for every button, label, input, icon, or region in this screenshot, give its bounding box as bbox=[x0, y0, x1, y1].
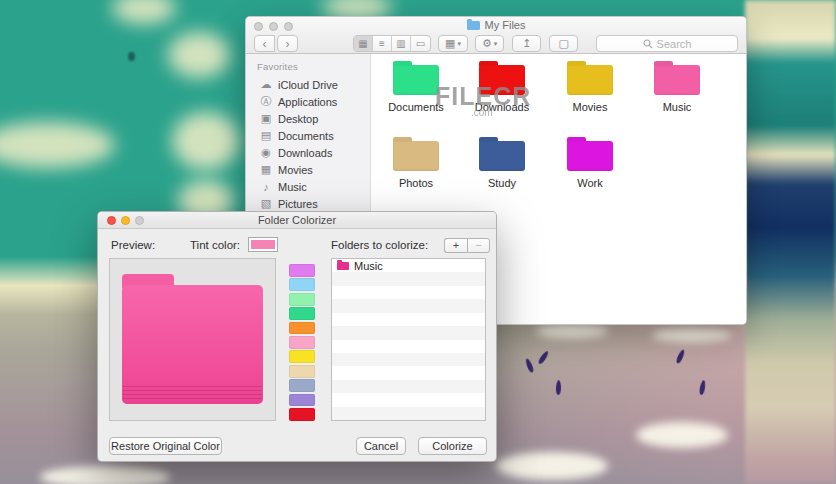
window-title-area: My Files bbox=[246, 19, 746, 31]
palette-swatch-1[interactable] bbox=[289, 278, 315, 291]
finder-folder-photos[interactable]: Photos bbox=[381, 135, 451, 189]
sidebar-item-pictures[interactable]: ▧Pictures bbox=[246, 195, 370, 212]
folder-label: Photos bbox=[381, 177, 451, 189]
finder-folder-movies[interactable]: Movies bbox=[555, 59, 625, 113]
white-flower bbox=[536, 324, 608, 338]
folder-list-row[interactable] bbox=[332, 299, 485, 312]
colorize-button[interactable]: Colorize bbox=[418, 437, 487, 455]
pictures-icon: ▧ bbox=[258, 197, 274, 210]
list-view-button[interactable]: ≡ bbox=[373, 36, 392, 51]
folder-label: Movies bbox=[555, 101, 625, 113]
grid-view-icon: ▦ bbox=[354, 38, 372, 49]
share-button[interactable]: ↥ bbox=[512, 35, 541, 52]
sidebar-item-label: Downloads bbox=[278, 147, 332, 159]
search-icon bbox=[643, 39, 653, 49]
preview-folder-body bbox=[122, 285, 263, 404]
white-flower bbox=[496, 452, 608, 480]
sidebar-item-label: Music bbox=[278, 181, 307, 193]
folder-icon bbox=[393, 141, 439, 171]
folder-list-row[interactable] bbox=[332, 380, 485, 393]
folder-list-row[interactable] bbox=[332, 340, 485, 353]
sidebar-item-label: Applications bbox=[278, 96, 337, 108]
preview-folder bbox=[122, 274, 263, 404]
action-button[interactable]: ⚙▾ bbox=[475, 35, 504, 52]
search-input[interactable]: Search bbox=[596, 35, 738, 52]
folder-name: Music bbox=[354, 260, 383, 272]
folder-icon bbox=[479, 141, 525, 171]
sidebar-section-header: Favorites bbox=[246, 59, 370, 76]
sidebar-item-label: Documents bbox=[278, 130, 334, 142]
arrange-button[interactable]: ▦▾ bbox=[438, 35, 468, 52]
folder-list-row[interactable] bbox=[332, 407, 485, 420]
column-view-icon: ▥ bbox=[392, 38, 410, 49]
icon-view-button[interactable]: ▦ bbox=[354, 36, 373, 51]
palette-swatch-9[interactable] bbox=[289, 394, 315, 407]
close-button[interactable] bbox=[107, 216, 116, 225]
finder-toolbar: ‹ › ▦ ≡ ▥ ▭ ▦▾ ⚙▾ ↥ ▢ Search bbox=[246, 33, 746, 54]
folder-icon bbox=[654, 65, 700, 95]
folder-list-row[interactable] bbox=[332, 313, 485, 326]
add-folder-button[interactable]: + bbox=[444, 238, 467, 253]
watermark: FILECR .com bbox=[435, 82, 531, 118]
folder-list-row[interactable] bbox=[332, 366, 485, 379]
tag-icon: ▢ bbox=[559, 37, 569, 50]
palette-swatch-5[interactable] bbox=[289, 336, 315, 349]
folder-icon bbox=[567, 141, 613, 171]
folder-list-row[interactable] bbox=[332, 286, 485, 299]
palette-swatch-10[interactable] bbox=[289, 408, 315, 421]
sidebar-item-desktop[interactable]: ▣Desktop bbox=[246, 110, 370, 127]
window-controls bbox=[107, 216, 144, 225]
folder-list-row[interactable] bbox=[332, 393, 485, 406]
documents-icon: ▤ bbox=[258, 129, 274, 142]
palette-swatch-8[interactable] bbox=[289, 379, 315, 392]
tint-color-swatch[interactable] bbox=[248, 237, 278, 252]
column-view-button[interactable]: ▥ bbox=[392, 36, 411, 51]
finder-folder-work[interactable]: Work bbox=[555, 135, 625, 189]
sidebar-item-applications[interactable]: ⒶApplications bbox=[246, 93, 370, 110]
sidebar-item-documents[interactable]: ▤Documents bbox=[246, 127, 370, 144]
sidebar-item-music[interactable]: ♪Music bbox=[246, 178, 370, 195]
folder-colorizer-window: Folder Colorizer Preview: Tint color: Fo… bbox=[97, 211, 497, 462]
sidebar-item-label: Desktop bbox=[278, 113, 318, 125]
finder-folder-study[interactable]: Study bbox=[467, 135, 537, 189]
folder-list-row[interactable] bbox=[332, 353, 485, 366]
sidebar-item-downloads[interactable]: ◉Downloads bbox=[246, 144, 370, 161]
tint-color-swatch-inner bbox=[251, 240, 275, 249]
palette-swatch-0[interactable] bbox=[289, 264, 315, 277]
gear-icon: ⚙ bbox=[482, 37, 492, 50]
minimize-button[interactable] bbox=[121, 216, 130, 225]
coverflow-view-button[interactable]: ▭ bbox=[411, 36, 430, 51]
sidebar-item-label: Pictures bbox=[278, 198, 318, 210]
back-button[interactable]: ‹ bbox=[254, 35, 275, 52]
remove-folder-button[interactable]: − bbox=[467, 238, 490, 253]
cancel-button[interactable]: Cancel bbox=[356, 437, 406, 455]
palette-swatch-6[interactable] bbox=[289, 350, 315, 363]
tags-button[interactable]: ▢ bbox=[549, 35, 578, 52]
palette-swatch-4[interactable] bbox=[289, 322, 315, 335]
folder-list-row[interactable]: Music bbox=[332, 259, 485, 272]
white-flower bbox=[652, 328, 732, 342]
share-icon: ↥ bbox=[522, 37, 531, 50]
folder-list-row[interactable] bbox=[332, 272, 485, 285]
arrange-icon: ▦ bbox=[445, 37, 455, 50]
sidebar-list: ☁iCloud DriveⒶApplications▣Desktop▤Docum… bbox=[246, 76, 370, 212]
sidebar-item-cloud[interactable]: ☁iCloud Drive bbox=[246, 76, 370, 93]
palette-swatch-7[interactable] bbox=[289, 365, 315, 378]
forward-button[interactable]: › bbox=[277, 35, 298, 52]
chevron-down-icon: ▾ bbox=[494, 40, 498, 48]
zoom-button[interactable] bbox=[135, 216, 144, 225]
background-right-bands bbox=[745, 0, 836, 484]
finder-folder-music[interactable]: Music bbox=[642, 59, 712, 113]
chevron-down-icon: ▾ bbox=[457, 40, 461, 48]
palette-swatch-2[interactable] bbox=[289, 293, 315, 306]
list-view-icon: ≡ bbox=[373, 38, 391, 49]
folder-icon bbox=[467, 21, 480, 30]
sidebar-item-movies[interactable]: ▦Movies bbox=[246, 161, 370, 178]
restore-original-color-button[interactable]: Restore Original Color bbox=[109, 437, 222, 455]
folders-to-colorize-list: Music bbox=[331, 258, 486, 421]
folder-icon bbox=[393, 65, 439, 95]
palette-swatch-3[interactable] bbox=[289, 307, 315, 320]
folder-list-row[interactable] bbox=[332, 326, 485, 339]
search-placeholder: Search bbox=[657, 38, 692, 50]
movies-icon: ▦ bbox=[258, 163, 274, 176]
